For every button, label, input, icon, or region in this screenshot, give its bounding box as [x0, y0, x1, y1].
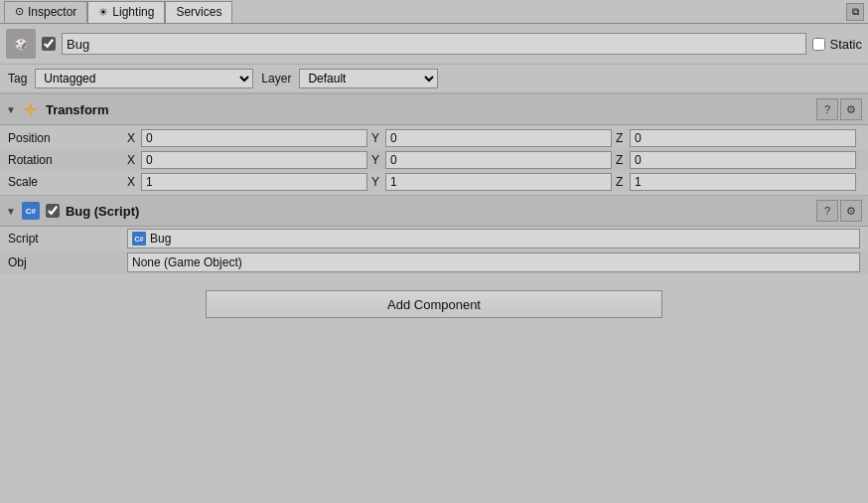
- transform-title: Transform: [46, 102, 810, 117]
- object-enabled-checkbox[interactable]: [42, 37, 56, 51]
- add-component-button[interactable]: Add Component: [206, 290, 662, 318]
- close-icon: ⧉: [852, 6, 859, 18]
- object-enabled-checkbox-wrap: [42, 37, 56, 51]
- position-z-group: Z: [616, 129, 860, 147]
- tab-lighting[interactable]: ☀ Lighting: [87, 1, 165, 23]
- rotation-x-input[interactable]: [141, 151, 367, 169]
- rotation-row: Rotation X Y Z: [0, 149, 868, 171]
- position-x-label: X: [127, 131, 141, 145]
- obj-field-row: Obj None (Game Object): [0, 251, 868, 274]
- inspector-icon: ⊙: [15, 5, 24, 18]
- script-value-text: Bug: [150, 232, 171, 246]
- rotation-y-input[interactable]: [385, 151, 612, 169]
- position-x-group: X: [127, 129, 371, 147]
- script-enabled-checkbox-wrap: [46, 204, 60, 218]
- rotation-x-group: X: [127, 151, 371, 169]
- scale-y-group: Y: [371, 173, 616, 191]
- script-gear-icon: ⚙: [846, 205, 856, 218]
- scale-z-label: Z: [616, 175, 630, 189]
- position-z-label: Z: [616, 131, 630, 145]
- object-name-input[interactable]: [62, 33, 806, 55]
- static-label: Static: [829, 37, 862, 52]
- transform-grid: Position X Y Z Rotation X Y Z Scal: [0, 125, 868, 195]
- transform-axes-icon: [22, 100, 40, 118]
- script-title: Bug (Script): [66, 204, 810, 219]
- tab-services[interactable]: Services: [165, 1, 232, 23]
- position-y-group: Y: [371, 129, 616, 147]
- script-help-button[interactable]: ?: [816, 200, 838, 222]
- position-row: Position X Y Z: [0, 127, 868, 149]
- scale-label: Scale: [8, 175, 127, 189]
- scale-y-input[interactable]: [385, 173, 612, 191]
- tab-bar: ⊙ Inspector ☀ Lighting Services ⧉: [0, 0, 868, 24]
- object-header: 🎲 Static: [0, 24, 868, 64]
- gear-icon: ⚙: [846, 103, 856, 116]
- scale-z-group: Z: [616, 173, 860, 191]
- add-component-label: Add Component: [387, 297, 481, 312]
- static-wrap: Static: [812, 37, 862, 52]
- script-help-icon: ?: [824, 205, 830, 217]
- position-z-input[interactable]: [630, 129, 856, 147]
- tab-lighting-label: Lighting: [112, 5, 154, 19]
- scale-y-label: Y: [371, 175, 385, 189]
- tab-inspector-label: Inspector: [28, 5, 76, 19]
- rotation-z-group: Z: [616, 151, 860, 169]
- rotation-z-input[interactable]: [630, 151, 856, 169]
- cs-icon: C#: [22, 202, 40, 220]
- layer-label: Layer: [261, 72, 291, 85]
- script-section-header: ▼ C# Bug (Script) ? ⚙: [0, 195, 868, 227]
- script-section: Script C# Bug Obj None (Game Object): [0, 227, 868, 274]
- help-icon: ?: [824, 103, 830, 115]
- position-label: Position: [8, 131, 127, 145]
- script-prop-label: Script: [8, 232, 127, 246]
- transform-settings-button[interactable]: ⚙: [840, 98, 862, 120]
- scale-row: Scale X Y Z: [0, 171, 868, 193]
- scale-x-group: X: [127, 173, 371, 191]
- scale-z-input[interactable]: [630, 173, 856, 191]
- tag-select[interactable]: Untagged: [35, 69, 253, 88]
- tag-label: Tag: [8, 72, 27, 85]
- transform-section-header: ▼ Transform ? ⚙: [0, 93, 868, 125]
- obj-field-value[interactable]: None (Game Object): [127, 252, 860, 272]
- cube-icon: 🎲: [15, 39, 27, 50]
- scale-x-label: X: [127, 175, 141, 189]
- object-icon: 🎲: [6, 29, 36, 59]
- add-component-wrap: Add Component: [0, 274, 868, 334]
- rotation-x-label: X: [127, 153, 141, 167]
- lighting-icon: ☀: [98, 6, 108, 19]
- tab-inspector[interactable]: ⊙ Inspector: [4, 1, 87, 23]
- rotation-y-group: Y: [371, 151, 616, 169]
- rotation-y-label: Y: [371, 153, 385, 167]
- tag-layer-row: Tag Untagged Layer Default: [0, 64, 868, 93]
- scale-x-input[interactable]: [141, 173, 367, 191]
- script-collapse-arrow[interactable]: ▼: [6, 206, 16, 217]
- tab-close-button[interactable]: ⧉: [846, 3, 864, 21]
- script-section-buttons: ? ⚙: [816, 200, 862, 222]
- position-x-input[interactable]: [141, 129, 367, 147]
- obj-value-text: None (Game Object): [132, 255, 242, 269]
- transform-help-button[interactable]: ?: [816, 98, 838, 120]
- static-checkbox[interactable]: [812, 38, 825, 51]
- rotation-z-label: Z: [616, 153, 630, 167]
- script-field-row: Script C# Bug: [0, 227, 868, 251]
- script-settings-button[interactable]: ⚙: [840, 200, 862, 222]
- layer-select[interactable]: Default: [299, 69, 438, 88]
- rotation-label: Rotation: [8, 153, 127, 167]
- cs-text: C#: [26, 207, 36, 216]
- cs-mini-icon: C#: [132, 232, 146, 246]
- script-enabled-checkbox[interactable]: [46, 204, 60, 218]
- position-y-label: Y: [371, 131, 385, 145]
- script-field-value: C# Bug: [127, 229, 860, 249]
- transform-section-buttons: ? ⚙: [816, 98, 862, 120]
- transform-collapse-arrow[interactable]: ▼: [6, 104, 16, 115]
- tab-services-label: Services: [176, 5, 221, 19]
- obj-prop-label: Obj: [8, 255, 127, 269]
- position-y-input[interactable]: [385, 129, 612, 147]
